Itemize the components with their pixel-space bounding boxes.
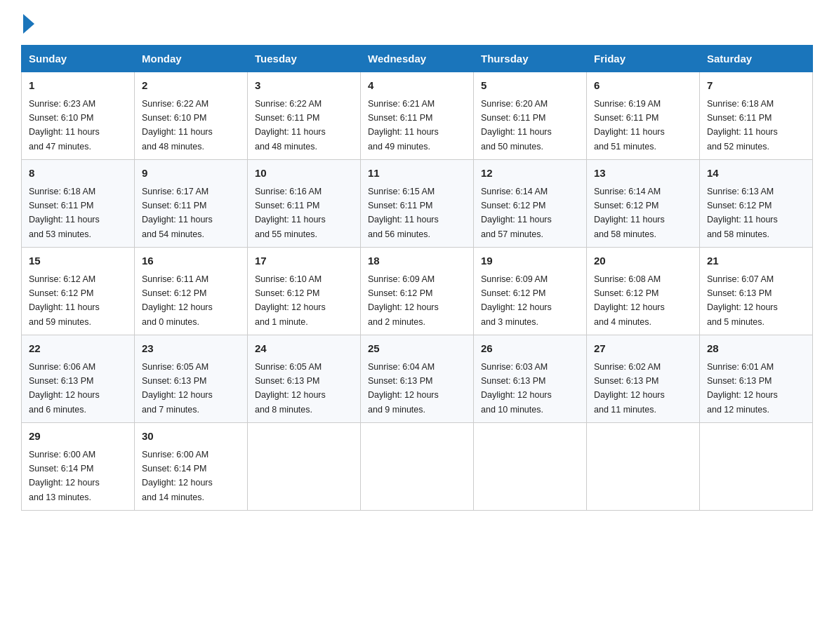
day-info: Sunrise: 6:22 AMSunset: 6:10 PMDaylight:… (142, 99, 213, 152)
day-number: 13 (594, 166, 692, 182)
day-number: 24 (255, 341, 353, 357)
day-number: 8 (29, 166, 127, 182)
day-number: 19 (481, 253, 579, 269)
calendar-day-cell: 6Sunrise: 6:19 AMSunset: 6:11 PMDaylight… (587, 72, 700, 160)
day-number: 22 (29, 341, 127, 357)
day-info: Sunrise: 6:00 AMSunset: 6:14 PMDaylight:… (29, 450, 100, 502)
calendar-day-cell: 8Sunrise: 6:18 AMSunset: 6:11 PMDaylight… (22, 160, 135, 248)
calendar-day-cell: 9Sunrise: 6:17 AMSunset: 6:11 PMDaylight… (135, 160, 248, 248)
calendar-day-cell: 13Sunrise: 6:14 AMSunset: 6:12 PMDayligh… (587, 160, 700, 248)
day-info: Sunrise: 6:14 AMSunset: 6:12 PMDaylight:… (594, 187, 665, 239)
calendar-day-cell: 20Sunrise: 6:08 AMSunset: 6:12 PMDayligh… (587, 248, 700, 335)
day-info: Sunrise: 6:14 AMSunset: 6:12 PMDaylight:… (481, 187, 552, 239)
calendar-day-cell: 18Sunrise: 6:09 AMSunset: 6:12 PMDayligh… (361, 248, 474, 335)
page-header (21, 14, 813, 32)
calendar-day-cell: 16Sunrise: 6:11 AMSunset: 6:12 PMDayligh… (135, 248, 248, 335)
calendar-day-cell: 27Sunrise: 6:02 AMSunset: 6:13 PMDayligh… (587, 335, 700, 423)
calendar-day-cell: 3Sunrise: 6:22 AMSunset: 6:11 PMDaylight… (248, 72, 361, 160)
calendar-day-cell: 5Sunrise: 6:20 AMSunset: 6:11 PMDaylight… (474, 72, 587, 160)
weekday-header-saturday: Saturday (700, 46, 813, 72)
calendar-day-cell: 11Sunrise: 6:15 AMSunset: 6:11 PMDayligh… (361, 160, 474, 248)
day-number: 30 (142, 429, 240, 445)
day-number: 10 (255, 166, 353, 182)
day-number: 7 (707, 78, 805, 94)
calendar-day-cell: 4Sunrise: 6:21 AMSunset: 6:11 PMDaylight… (361, 72, 474, 160)
day-info: Sunrise: 6:18 AMSunset: 6:11 PMDaylight:… (29, 187, 100, 239)
day-info: Sunrise: 6:21 AMSunset: 6:11 PMDaylight:… (368, 99, 439, 152)
day-number: 15 (29, 253, 127, 269)
weekday-header-monday: Monday (135, 46, 248, 72)
calendar-day-cell: 12Sunrise: 6:14 AMSunset: 6:12 PMDayligh… (474, 160, 587, 248)
day-info: Sunrise: 6:16 AMSunset: 6:11 PMDaylight:… (255, 187, 326, 239)
calendar-day-cell: 26Sunrise: 6:03 AMSunset: 6:13 PMDayligh… (474, 335, 587, 423)
weekday-header-sunday: Sunday (22, 46, 135, 72)
calendar-day-cell: 14Sunrise: 6:13 AMSunset: 6:12 PMDayligh… (700, 160, 813, 248)
calendar-day-cell (700, 423, 813, 511)
weekday-header-thursday: Thursday (474, 46, 587, 72)
calendar-day-cell (361, 423, 474, 511)
day-number: 16 (142, 253, 240, 269)
calendar-day-cell: 22Sunrise: 6:06 AMSunset: 6:13 PMDayligh… (22, 335, 135, 423)
day-info: Sunrise: 6:19 AMSunset: 6:11 PMDaylight:… (594, 99, 665, 152)
day-number: 14 (707, 166, 805, 182)
calendar-day-cell: 2Sunrise: 6:22 AMSunset: 6:10 PMDaylight… (135, 72, 248, 160)
day-number: 11 (368, 166, 466, 182)
day-number: 9 (142, 166, 240, 182)
calendar-day-cell: 28Sunrise: 6:01 AMSunset: 6:13 PMDayligh… (700, 335, 813, 423)
weekday-header-row: SundayMondayTuesdayWednesdayThursdayFrid… (22, 46, 813, 72)
day-number: 12 (481, 166, 579, 182)
day-number: 17 (255, 253, 353, 269)
day-info: Sunrise: 6:02 AMSunset: 6:13 PMDaylight:… (594, 362, 665, 415)
day-info: Sunrise: 6:01 AMSunset: 6:13 PMDaylight:… (707, 362, 778, 415)
day-info: Sunrise: 6:05 AMSunset: 6:13 PMDaylight:… (255, 362, 326, 415)
day-info: Sunrise: 6:12 AMSunset: 6:12 PMDaylight:… (29, 274, 100, 327)
calendar-week-row: 1Sunrise: 6:23 AMSunset: 6:10 PMDaylight… (22, 72, 813, 160)
calendar-week-row: 8Sunrise: 6:18 AMSunset: 6:11 PMDaylight… (22, 160, 813, 248)
calendar-week-row: 15Sunrise: 6:12 AMSunset: 6:12 PMDayligh… (22, 248, 813, 335)
day-number: 18 (368, 253, 466, 269)
day-info: Sunrise: 6:13 AMSunset: 6:12 PMDaylight:… (707, 187, 778, 239)
weekday-header-wednesday: Wednesday (361, 46, 474, 72)
calendar-day-cell (248, 423, 361, 511)
day-info: Sunrise: 6:15 AMSunset: 6:11 PMDaylight:… (368, 187, 439, 239)
calendar-day-cell: 7Sunrise: 6:18 AMSunset: 6:11 PMDaylight… (700, 72, 813, 160)
day-info: Sunrise: 6:20 AMSunset: 6:11 PMDaylight:… (481, 99, 552, 152)
calendar-table: SundayMondayTuesdayWednesdayThursdayFrid… (21, 45, 813, 511)
calendar-day-cell: 30Sunrise: 6:00 AMSunset: 6:14 PMDayligh… (135, 423, 248, 511)
calendar-week-row: 29Sunrise: 6:00 AMSunset: 6:14 PMDayligh… (22, 423, 813, 511)
day-info: Sunrise: 6:22 AMSunset: 6:11 PMDaylight:… (255, 99, 326, 152)
calendar-day-cell: 23Sunrise: 6:05 AMSunset: 6:13 PMDayligh… (135, 335, 248, 423)
weekday-header-tuesday: Tuesday (248, 46, 361, 72)
day-info: Sunrise: 6:03 AMSunset: 6:13 PMDaylight:… (481, 362, 552, 415)
day-number: 23 (142, 341, 240, 357)
day-number: 20 (594, 253, 692, 269)
calendar-day-cell: 21Sunrise: 6:07 AMSunset: 6:13 PMDayligh… (700, 248, 813, 335)
calendar-day-cell: 15Sunrise: 6:12 AMSunset: 6:12 PMDayligh… (22, 248, 135, 335)
day-info: Sunrise: 6:09 AMSunset: 6:12 PMDaylight:… (368, 274, 439, 327)
weekday-header-friday: Friday (587, 46, 700, 72)
day-number: 25 (368, 341, 466, 357)
day-number: 3 (255, 78, 353, 94)
calendar-day-cell: 10Sunrise: 6:16 AMSunset: 6:11 PMDayligh… (248, 160, 361, 248)
day-info: Sunrise: 6:08 AMSunset: 6:12 PMDaylight:… (594, 274, 665, 327)
day-info: Sunrise: 6:00 AMSunset: 6:14 PMDaylight:… (142, 450, 213, 502)
calendar-day-cell: 19Sunrise: 6:09 AMSunset: 6:12 PMDayligh… (474, 248, 587, 335)
day-info: Sunrise: 6:04 AMSunset: 6:13 PMDaylight:… (368, 362, 439, 415)
logo (21, 14, 34, 32)
day-number: 5 (481, 78, 579, 94)
day-info: Sunrise: 6:05 AMSunset: 6:13 PMDaylight:… (142, 362, 213, 415)
calendar-day-cell: 29Sunrise: 6:00 AMSunset: 6:14 PMDayligh… (22, 423, 135, 511)
day-number: 6 (594, 78, 692, 94)
calendar-day-cell: 24Sunrise: 6:05 AMSunset: 6:13 PMDayligh… (248, 335, 361, 423)
day-info: Sunrise: 6:07 AMSunset: 6:13 PMDaylight:… (707, 274, 778, 327)
calendar-day-cell: 1Sunrise: 6:23 AMSunset: 6:10 PMDaylight… (22, 72, 135, 160)
day-info: Sunrise: 6:11 AMSunset: 6:12 PMDaylight:… (142, 274, 213, 327)
day-number: 29 (29, 429, 127, 445)
day-number: 4 (368, 78, 466, 94)
calendar-day-cell: 17Sunrise: 6:10 AMSunset: 6:12 PMDayligh… (248, 248, 361, 335)
day-info: Sunrise: 6:10 AMSunset: 6:12 PMDaylight:… (255, 274, 326, 327)
calendar-day-cell (587, 423, 700, 511)
logo-arrow-icon (23, 14, 34, 34)
day-info: Sunrise: 6:17 AMSunset: 6:11 PMDaylight:… (142, 187, 213, 239)
day-info: Sunrise: 6:23 AMSunset: 6:10 PMDaylight:… (29, 99, 100, 152)
